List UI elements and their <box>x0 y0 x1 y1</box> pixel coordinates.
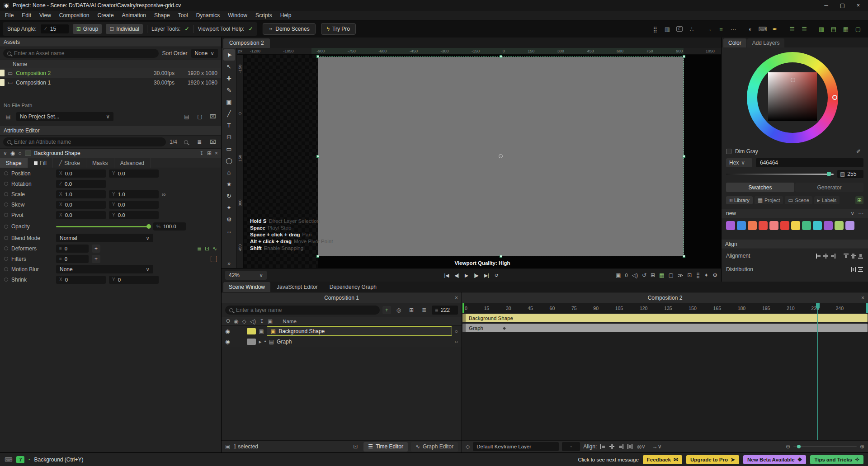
asset-search-input[interactable] <box>14 50 155 56</box>
color-swatch[interactable] <box>791 221 800 230</box>
keyframe-layer-dropdown[interactable]: Default Keyframe Layer <box>473 442 559 451</box>
opacity-slider-handle[interactable] <box>146 224 151 229</box>
loop-button[interactable]: ↺ <box>495 273 499 278</box>
keyframe-toggle[interactable] <box>4 246 8 250</box>
expand-arrow-icon[interactable]: ▸ <box>259 339 261 344</box>
line-tool[interactable]: ╱ <box>223 108 235 119</box>
pen-nib-icon[interactable]: ✒ <box>769 24 780 34</box>
filter-badge-icon[interactable] <box>211 256 217 262</box>
filters-count-field[interactable]: ≡0 <box>56 255 89 263</box>
current-frame-field[interactable]: ≡ 222 <box>432 306 458 315</box>
skew-x-field[interactable]: X0.0 <box>56 201 106 209</box>
eye-icon[interactable]: ◉ <box>10 151 15 156</box>
time-editor-button[interactable]: ☰ Time Editor <box>363 442 408 452</box>
asset-search-box[interactable] <box>3 49 159 58</box>
monitor-icon[interactable]: ▢ <box>195 112 205 121</box>
frame-offset-field[interactable]: - <box>562 442 580 451</box>
color-swatch[interactable] <box>824 221 833 230</box>
demo-scenes-button[interactable]: ⠶ Demo Scenes <box>263 23 315 35</box>
rotation-z-field[interactable]: Z0.0 <box>56 180 106 188</box>
individual-transform-button[interactable]: ⊡ Individual <box>106 24 143 34</box>
visibility-column-icon[interactable]: ◉ <box>234 319 238 324</box>
layer-color-chip[interactable] <box>247 339 256 345</box>
wave-icon[interactable]: ∿ <box>212 246 217 251</box>
track-bar-background-shape[interactable]: Background Shape <box>462 314 868 322</box>
track-bar-graph[interactable]: Graph <box>462 324 868 332</box>
artboard-tool[interactable]: ⊡ <box>223 132 235 143</box>
menu-edit[interactable]: Edit <box>18 11 35 20</box>
jump-to-end-button[interactable]: ▶| <box>484 273 489 278</box>
color-swatch[interactable] <box>759 221 768 230</box>
menu-dynamics[interactable]: Dynamics <box>192 11 224 20</box>
chevron-down-icon[interactable]: ∨ <box>850 211 854 216</box>
color-checkbox[interactable] <box>726 149 731 154</box>
tab-color[interactable]: Color <box>723 38 746 47</box>
distribute-keys-icon[interactable] <box>627 444 633 450</box>
selection-handle[interactable] <box>316 255 319 258</box>
menu-create[interactable]: Create <box>94 11 118 20</box>
settings-tool[interactable]: ⚙ <box>223 214 235 225</box>
tab-generator[interactable]: Generator <box>795 183 863 192</box>
color-swatch[interactable] <box>845 221 854 230</box>
layout-columns-icon[interactable]: ▥ <box>816 24 827 34</box>
console-icon[interactable]: ⌨ <box>5 457 12 462</box>
render-visibility-icon[interactable]: ▣ <box>259 329 264 334</box>
star-tool[interactable]: ★ <box>223 179 235 190</box>
feedback-button[interactable]: Feedback ✉ <box>643 455 682 464</box>
keyframe-toggle[interactable] <box>4 267 8 271</box>
color-swatch[interactable] <box>780 221 789 230</box>
align-bottom-icon[interactable] <box>858 253 863 259</box>
sort-order-dropdown[interactable]: None ∨ <box>191 49 218 58</box>
keyframe-toggle[interactable] <box>4 192 8 196</box>
lock-column-icon[interactable]: Ω <box>226 319 230 324</box>
speaker-icon[interactable]: ◁) <box>632 273 638 278</box>
direct-select-tool[interactable]: ↖ <box>223 61 235 72</box>
panel-options-icon[interactable]: ⊡ <box>350 442 360 451</box>
eye-icon[interactable]: ◉ <box>225 329 230 334</box>
timeline-left-header[interactable]: Composition 1 × <box>222 292 462 303</box>
pivot-x-field[interactable]: X0.0 <box>56 211 106 219</box>
text-tool[interactable]: T <box>223 120 235 131</box>
library-button[interactable]: ≡Library <box>726 196 753 204</box>
select-tool[interactable]: ➤ <box>223 49 235 61</box>
keyframe-marker[interactable] <box>503 327 506 330</box>
more-options-icon[interactable]: ⋯ <box>858 211 863 216</box>
add-layer-button[interactable]: + <box>382 306 391 314</box>
viewport-tool-help-checkbox[interactable]: ✓ <box>248 26 253 32</box>
keyframe-toggle[interactable] <box>4 278 8 282</box>
menu-scripts[interactable]: Scripts <box>251 11 276 20</box>
position-y-field[interactable]: Y0.0 <box>109 169 159 178</box>
panels-icon[interactable]: ▥ <box>662 24 673 34</box>
apps-grid-icon[interactable]: ⣿ <box>650 24 660 34</box>
labels-button[interactable]: ▸Labels <box>814 196 840 204</box>
alpha-slider-handle[interactable] <box>827 172 831 176</box>
extend-mode-dropdown[interactable]: →∨ <box>649 442 665 451</box>
selection-handle[interactable] <box>683 155 685 158</box>
effects-icon[interactable]: ✦ <box>704 273 708 278</box>
frame-ruler[interactable]: 0153045607590105120135150165180195210225… <box>462 303 868 313</box>
hue-ring[interactable] <box>747 52 838 143</box>
render-column-icon[interactable]: ◇ <box>242 319 246 324</box>
align-left-icon[interactable] <box>816 253 821 259</box>
work-area-end-marker[interactable] <box>866 303 868 313</box>
color-swatch[interactable] <box>726 221 735 230</box>
menu-window[interactable]: Window <box>224 11 251 20</box>
camera-column-icon[interactable]: ▣ <box>268 319 273 324</box>
emitter-tool[interactable]: ✦ <box>223 202 235 213</box>
keyframe-toggle[interactable] <box>4 225 8 229</box>
camera-tool[interactable]: ▣ <box>223 96 235 108</box>
asset-row-composition-2[interactable]: ▭ Composition 2 30.00fps 1920 x 1080 <box>0 68 221 78</box>
tab-shape[interactable]: Shape <box>0 158 28 168</box>
background-shape-artboard[interactable] <box>318 57 684 256</box>
more-options-icon[interactable]: ⋯ <box>728 24 739 34</box>
keyframe-toggle[interactable] <box>4 202 8 207</box>
align-top-icon[interactable] <box>843 253 849 259</box>
selection-handle[interactable] <box>683 255 685 258</box>
layer-tools-checkbox[interactable]: ✓ <box>184 26 189 32</box>
upgrade-pro-button[interactable]: Upgrade to Pro ➤ <box>686 455 739 464</box>
timeline-right-header[interactable]: Composition 2 × <box>462 292 868 303</box>
align-lines-left-icon[interactable]: ☰ <box>787 24 797 34</box>
keyframe-toggle[interactable] <box>4 257 8 261</box>
color-swatch[interactable] <box>813 221 822 230</box>
pivot-y-field[interactable]: Y0.0 <box>109 211 159 219</box>
